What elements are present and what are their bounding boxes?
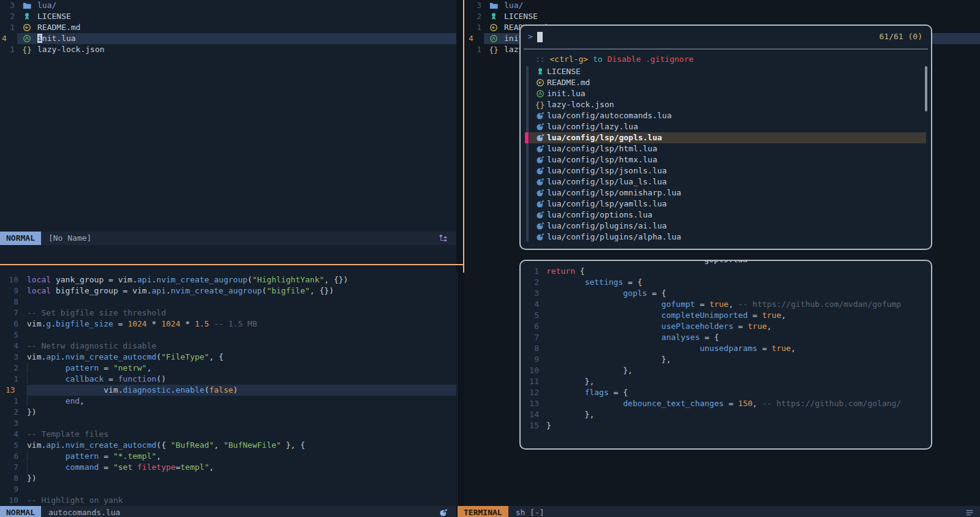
code-line[interactable]: 5vim.api.nvim_create_autocmd({ "BufRead"… xyxy=(0,440,456,451)
line-number: 13 xyxy=(526,398,539,409)
code-line[interactable]: 7▏ command = "set filetype=templ", xyxy=(0,462,456,473)
line-number: 4 xyxy=(467,33,481,44)
code-text: ▏ callback = function() xyxy=(27,374,166,385)
file-explorer-left: 3lua/2LICENSE1README.md4init.lua1{}lazy-… xyxy=(0,0,456,55)
fzf-result-item[interactable]: {}lazy-lock.json xyxy=(521,99,926,110)
code-text: }, xyxy=(546,365,633,376)
fzf-result-item[interactable]: README.md xyxy=(521,77,926,88)
explorer-row[interactable]: 1README.md xyxy=(0,22,456,33)
line-number: 9 xyxy=(526,354,539,365)
code-text: vim.api.nvim_create_autocmd({ "BufRead",… xyxy=(27,440,305,451)
explorer-row[interactable]: 2LICENSE xyxy=(0,11,456,22)
code-line[interactable]: 8 xyxy=(0,296,456,308)
line-number: 2 xyxy=(467,11,481,22)
fzf-result-item[interactable]: lua/config/lsp/jsonls.lua xyxy=(521,165,926,176)
match-counter: 61/61 (0) xyxy=(880,31,922,43)
preview-line: 14 }, xyxy=(526,409,930,420)
explorer-statusline: NORMAL [No Name] xyxy=(0,232,456,245)
file-path: lua/config/options.lua xyxy=(547,209,652,221)
code-line[interactable]: 13▏ vim.diagnostic.enable(false) xyxy=(0,385,456,396)
code-text: vim.g.bigfile_size = 1024 * 1024 * 1.5 -… xyxy=(27,319,257,330)
fzf-result-item[interactable]: lua/config/lsp/yamlls.lua xyxy=(521,198,926,209)
license-icon xyxy=(535,67,545,77)
fzf-result-item[interactable]: lua/config/lsp/gopls.lua xyxy=(521,132,926,143)
preview-line: 1return { xyxy=(526,266,930,277)
code-line[interactable]: 8}) xyxy=(0,473,456,484)
file-path: lua/config/lazy.lua xyxy=(547,121,638,132)
explorer-row[interactable]: 4init.lua xyxy=(0,33,456,44)
lua-icon xyxy=(535,222,545,231)
code-text: ▏ pattern = "*.templ", xyxy=(27,451,161,462)
fzf-prompt[interactable]: > 61/61 (0) xyxy=(528,31,922,43)
line-number: 3 xyxy=(0,0,15,11)
code-line[interactable]: 1▏ callback = function() xyxy=(0,374,456,385)
file-name: lua/ xyxy=(37,0,56,11)
line-number: 8 xyxy=(526,343,539,354)
preview-line: 8 unusedparams = true, xyxy=(526,343,930,354)
line-number: 9 xyxy=(0,484,18,495)
fzf-result-item[interactable]: lua/config/lazy.lua xyxy=(521,121,926,132)
code-line[interactable]: 7-- Set bigfile size threshold xyxy=(0,308,456,319)
code-line[interactable]: 9 xyxy=(0,484,456,495)
code-text: flags = { xyxy=(546,387,628,398)
fzf-result-item[interactable]: lua/config/lsp/lua_ls.lua xyxy=(521,176,926,187)
window-separator-vertical xyxy=(463,0,464,273)
code-text: }) xyxy=(27,473,37,484)
fzf-result-item[interactable]: init.lua xyxy=(521,88,926,99)
code-line[interactable]: 2}) xyxy=(0,407,456,418)
code-line[interactable]: 2▏ pattern = "netrw", xyxy=(0,363,456,374)
license-icon xyxy=(22,12,32,21)
code-line[interactable]: 6vim.g.bigfile_size = 1024 * 1024 * 1.5 … xyxy=(0,319,456,330)
preview-line: 11 }, xyxy=(526,376,930,387)
fzf-result-item[interactable]: lua/config/lsp/htmx.lua xyxy=(521,154,926,165)
code-line[interactable]: 9local bigfile_group = vim.api.nvim_crea… xyxy=(0,285,456,296)
mode-badge: NORMAL xyxy=(0,232,41,245)
code-line[interactable]: 5 xyxy=(0,330,456,341)
terminal-statusline: TERMINAL sh [-] xyxy=(458,506,980,517)
line-number: 1 xyxy=(526,266,539,277)
line-number: 5 xyxy=(0,440,18,451)
init-lua-icon xyxy=(489,34,499,43)
code-editor: 10local yank_group = vim.api.nvim_create… xyxy=(0,274,456,506)
line-number: 3 xyxy=(0,418,18,429)
file-path: lua/config/lsp/htmx.lua xyxy=(547,154,657,165)
code-line[interactable]: 4-- Netrw diagnostic disable xyxy=(0,341,456,352)
fzf-result-item[interactable]: lua/config/lsp/omnisharp.lua xyxy=(521,187,926,198)
lua-icon xyxy=(439,508,449,517)
lua-icon xyxy=(535,123,545,132)
fzf-result-item[interactable]: lua/config/options.lua xyxy=(521,209,926,221)
code-text: } xyxy=(546,420,551,431)
lua-icon xyxy=(535,156,545,165)
file-path: init.lua xyxy=(547,88,586,99)
explorer-row[interactable]: 2LICENSE xyxy=(467,11,980,22)
preview-window: gopls.lua 1return {2 settings = {3 gopls… xyxy=(519,260,932,450)
fzf-result-item[interactable]: lua/config/autocomands.lua xyxy=(521,110,926,121)
code-line[interactable]: 3 xyxy=(0,418,456,429)
code-line[interactable]: 1▏ end, xyxy=(0,396,456,407)
fzf-result-item[interactable]: LICENSE xyxy=(521,66,926,77)
code-line[interactable]: 10-- Highlight on yank xyxy=(0,495,456,506)
preview-line: 10 }, xyxy=(526,365,930,376)
line-number: 2 xyxy=(0,407,18,418)
explorer-row[interactable]: 3lua/ xyxy=(0,0,456,11)
code-text: usePlaceholders = true, xyxy=(546,321,772,332)
fzf-result-item[interactable]: lua/config/plugins/ai.lua xyxy=(521,221,926,232)
file-name: README.md xyxy=(37,22,80,33)
code-line[interactable]: 10local yank_group = vim.api.nvim_create… xyxy=(0,274,456,285)
code-text: ▏ pattern = "netrw", xyxy=(27,363,152,374)
lua-icon xyxy=(535,145,545,154)
file-name: LICENSE xyxy=(37,11,71,22)
left-pane: 3lua/2LICENSE1README.md4init.lua1{}lazy-… xyxy=(0,0,456,506)
fzf-result-item[interactable]: lua/config/plugins/alpha.lua xyxy=(521,232,926,243)
lua-icon xyxy=(535,134,545,143)
code-line[interactable]: 6▏ pattern = "*.templ", xyxy=(0,451,456,462)
line-number: 1 xyxy=(467,44,481,55)
code-text: debounce_text_changes = 150, -- https://… xyxy=(546,398,901,409)
code-line[interactable]: 4-- Template files xyxy=(0,429,456,440)
explorer-row[interactable]: 1{}lazy-lock.json xyxy=(0,44,456,55)
explorer-row[interactable]: 3lua/ xyxy=(467,0,980,11)
fzf-result-item[interactable]: lua/config/lsp/html.lua xyxy=(521,143,926,154)
code-line[interactable]: 3vim.api.nvim_create_autocmd("FileType",… xyxy=(0,352,456,363)
window-separator-lower xyxy=(457,273,458,506)
code-text: }) xyxy=(27,407,37,418)
